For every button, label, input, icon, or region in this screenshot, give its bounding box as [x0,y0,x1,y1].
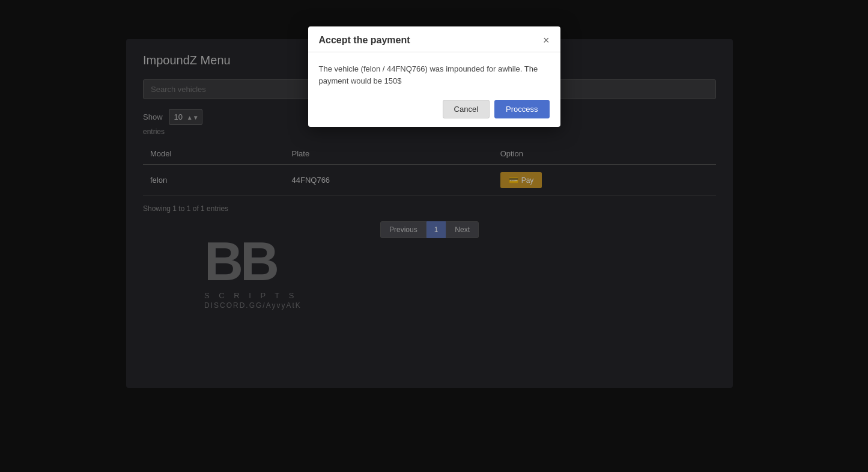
modal-footer: Cancel Proccess [308,93,560,127]
cancel-button[interactable]: Cancel [443,100,490,118]
modal-title: Accept the payment [319,35,410,46]
process-button[interactable]: Proccess [494,100,549,118]
modal-body: The vehicle (felon / 44FNQ766) was impou… [308,52,560,93]
modal-overlay: Accept the payment × The vehicle (felon … [0,0,868,472]
modal-header: Accept the payment × [308,26,560,52]
modal-message: The vehicle (felon / 44FNQ766) was impou… [319,63,550,87]
modal-dialog: Accept the payment × The vehicle (felon … [308,26,560,127]
modal-close-button[interactable]: × [543,35,550,46]
